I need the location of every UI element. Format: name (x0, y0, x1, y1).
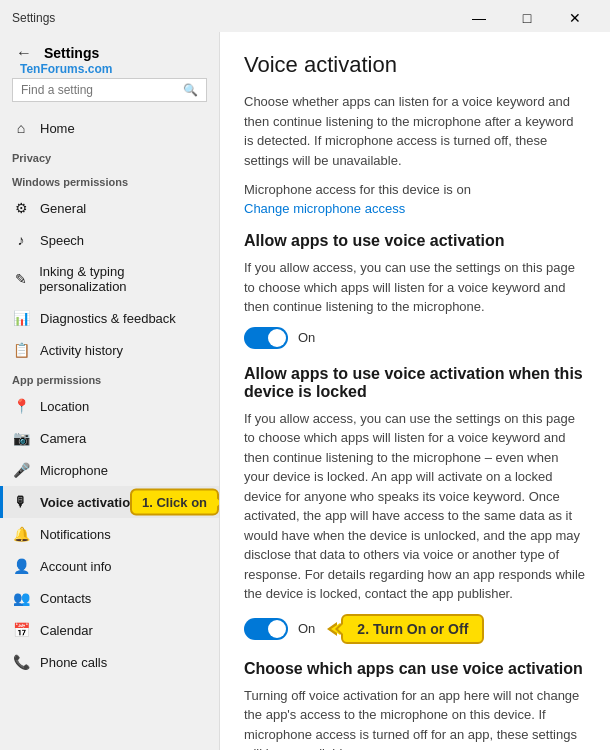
sidebar-title: Settings (44, 45, 99, 61)
sidebar-item-location[interactable]: 📍 Location (0, 390, 219, 422)
sidebar-item-label: Home (40, 121, 75, 136)
sidebar-header: ← Settings (0, 32, 219, 74)
sidebar-item-account[interactable]: 👤 Account info (0, 550, 219, 582)
main-description: Choose whether apps can listen for a voi… (244, 92, 586, 170)
diagnostics-icon: 📊 (12, 310, 30, 326)
title-bar-title: Settings (12, 11, 55, 25)
account-icon: 👤 (12, 558, 30, 574)
section-title-allow-voice: Allow apps to use voice activation (244, 232, 586, 250)
sidebar-item-home[interactable]: ⌂ Home (0, 112, 219, 144)
sidebar-item-contacts[interactable]: 👥 Contacts (0, 582, 219, 614)
sidebar-item-label: Notifications (40, 527, 111, 542)
speech-icon: ♪ (12, 232, 30, 248)
toggle-row-allow-voice: On (244, 327, 586, 349)
toggle-locked[interactable] (244, 618, 288, 640)
contacts-icon: 👥 (12, 590, 30, 606)
windows-permissions-label: Windows permissions (0, 168, 219, 192)
sidebar-item-camera[interactable]: 📷 Camera (0, 422, 219, 454)
calendar-icon: 📅 (12, 622, 30, 638)
sidebar-item-label: Voice activation (40, 495, 138, 510)
sidebar-item-label: Account info (40, 559, 112, 574)
minimize-button[interactable]: — (456, 4, 502, 32)
sidebar-item-label: Diagnostics & feedback (40, 311, 176, 326)
camera-icon: 📷 (12, 430, 30, 446)
sidebar-item-label: General (40, 201, 86, 216)
choose-apps-title: Choose which apps can use voice activati… (244, 660, 586, 678)
sidebar-item-label: Camera (40, 431, 86, 446)
page-title: Voice activation (244, 52, 586, 78)
turn-on-off-callout: 2. Turn On or Off (341, 614, 484, 644)
sidebar-item-speech[interactable]: ♪ Speech (0, 224, 219, 256)
sidebar-item-calendar[interactable]: 📅 Calendar (0, 614, 219, 646)
sidebar-item-microphone[interactable]: 🎤 Microphone (0, 454, 219, 486)
sidebar-item-label: Activity history (40, 343, 123, 358)
privacy-section-label: Privacy (0, 144, 219, 168)
sidebar-item-label: Inking & typing personalization (39, 264, 207, 294)
title-bar-left: Settings (12, 11, 55, 25)
close-button[interactable]: ✕ (552, 4, 598, 32)
notifications-icon: 🔔 (12, 526, 30, 542)
toggle-allow-voice[interactable] (244, 327, 288, 349)
section-desc-locked: If you allow access, you can use the set… (244, 409, 586, 604)
app-container: ← Settings TenForums.com 🔍 ⌂ Home Privac… (0, 32, 610, 750)
sidebar-item-label: Calendar (40, 623, 93, 638)
sidebar-item-label: Microphone (40, 463, 108, 478)
mic-status: Microphone access for this device is on (244, 182, 586, 197)
sidebar-item-general[interactable]: ⚙ General (0, 192, 219, 224)
toggle-knob (268, 329, 286, 347)
sidebar-item-notifications[interactable]: 🔔 Notifications (0, 518, 219, 550)
phonecalls-icon: 📞 (12, 654, 30, 670)
toggle-row-locked: On 2. Turn On or Off (244, 614, 586, 644)
search-input[interactable] (21, 83, 177, 97)
mic-link[interactable]: Change microphone access (244, 201, 405, 216)
toggle-label-locked: On (298, 621, 315, 636)
choose-apps-desc: Turning off voice activation for an app … (244, 686, 586, 751)
sidebar-item-voice[interactable]: 🎙 Voice activation 1. Click on (0, 486, 219, 518)
voice-icon: 🎙 (12, 494, 30, 510)
inking-icon: ✎ (12, 271, 29, 287)
search-icon: 🔍 (183, 83, 198, 97)
sidebar-item-label: Phone calls (40, 655, 107, 670)
toggle-label-allow-voice: On (298, 330, 315, 345)
sidebar-item-label: Location (40, 399, 89, 414)
home-icon: ⌂ (12, 120, 30, 136)
general-icon: ⚙ (12, 200, 30, 216)
sidebar-back-button[interactable]: ← (12, 42, 36, 64)
sidebar: ← Settings TenForums.com 🔍 ⌂ Home Privac… (0, 32, 220, 750)
sidebar-item-label: Contacts (40, 591, 91, 606)
title-bar: Settings — □ ✕ (0, 0, 610, 32)
sidebar-search[interactable]: 🔍 (12, 78, 207, 102)
location-icon: 📍 (12, 398, 30, 414)
turn-callout-container: 2. Turn On or Off (341, 614, 484, 644)
section-desc-allow-voice: If you allow access, you can use the set… (244, 258, 586, 317)
sidebar-item-label: Speech (40, 233, 84, 248)
main-content: Voice activation Choose whether apps can… (220, 32, 610, 750)
click-on-callout: 1. Click on (130, 489, 219, 516)
app-permissions-label: App permissions (0, 366, 219, 390)
microphone-icon: 🎤 (12, 462, 30, 478)
section-title-locked: Allow apps to use voice activation when … (244, 365, 586, 401)
sidebar-item-activity[interactable]: 📋 Activity history (0, 334, 219, 366)
maximize-button[interactable]: □ (504, 4, 550, 32)
sidebar-item-phonecalls[interactable]: 📞 Phone calls (0, 646, 219, 678)
title-bar-controls: — □ ✕ (456, 4, 598, 32)
sidebar-item-diagnostics[interactable]: 📊 Diagnostics & feedback (0, 302, 219, 334)
sidebar-item-inking[interactable]: ✎ Inking & typing personalization (0, 256, 219, 302)
toggle-knob-locked (268, 620, 286, 638)
activity-icon: 📋 (12, 342, 30, 358)
